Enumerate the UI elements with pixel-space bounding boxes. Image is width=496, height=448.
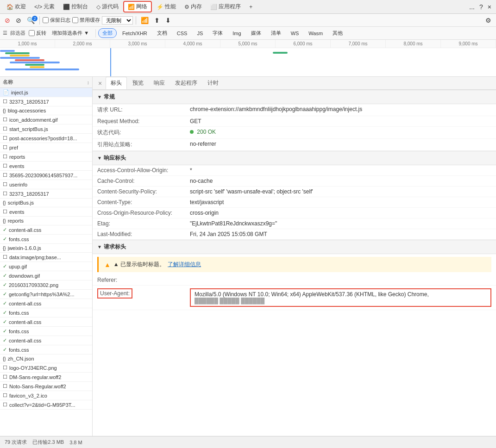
tab-close-detail[interactable]: × xyxy=(95,79,105,88)
file-item-dm-sans[interactable]: ☐ DM-Sans-regular.woff2 xyxy=(0,373,92,382)
file-name-fonts-2: fonts.css xyxy=(9,310,29,316)
file-item-35695[interactable]: ☐ 35695-20230906145857937... xyxy=(0,171,92,180)
file-item-pref[interactable]: ☐ pref xyxy=(0,143,92,152)
file-item-downdown[interactable]: ✓ downdown.gif xyxy=(0,271,92,280)
tab-headers[interactable]: 标头 xyxy=(106,77,127,89)
file-item-inject-js[interactable]: 📄 inject.js xyxy=(0,88,92,97)
file-item-scriptbus[interactable]: {} scriptBus.js xyxy=(0,199,92,207)
file-item-content-all-1[interactable]: ✓ content-all.css xyxy=(0,225,92,235)
label-request-method: Request Method: xyxy=(97,118,190,124)
tab-preview[interactable]: 预览 xyxy=(128,77,148,89)
general-section-title: 常规 xyxy=(104,93,115,101)
file-item-logo[interactable]: ☐ logo-OYJ34ERC.png xyxy=(0,363,92,373)
file-item-32373-2[interactable]: ☐ 32373_18205317 xyxy=(0,189,92,199)
file-item-getconfig[interactable]: ✓ getconfig?url=https%3A%2... xyxy=(0,290,92,299)
file-item-data-img[interactable]: ☐ data:image/png;base... xyxy=(0,253,92,262)
tab-console[interactable]: ⬛ 控制台 xyxy=(59,1,92,12)
value-request-method: GET xyxy=(190,118,491,124)
file-item-upup[interactable]: ✓ upup.gif xyxy=(0,262,92,271)
filter-manifest-btn[interactable]: 清单 xyxy=(267,28,285,38)
network-settings-icon[interactable]: ⚙ xyxy=(483,16,493,25)
timeline-marker-2: 2,000 ms xyxy=(55,40,110,48)
tab-add[interactable]: + xyxy=(245,2,256,12)
reverse-checkbox[interactable] xyxy=(29,30,35,36)
file-item-reports-2[interactable]: {} reports xyxy=(0,217,92,225)
add-filter-btn[interactable]: 增加筛选条件 ▼ xyxy=(48,28,93,38)
file-item-content-all-3[interactable]: ✓ content-all.css xyxy=(0,317,92,327)
filter-img-btn[interactable]: Img xyxy=(228,29,245,37)
file-icon-css-4: ✓ xyxy=(3,310,7,316)
import-har-icon[interactable]: 📶 xyxy=(139,16,151,25)
separator-2 xyxy=(136,16,136,25)
tab-welcome[interactable]: 🏠 🏠 欢迎 欢迎 xyxy=(3,1,30,12)
file-item-noto-sans[interactable]: ☐ Noto-Sans-Regular.woff2 xyxy=(0,382,92,391)
file-item-post-accessories[interactable]: ☐ post-accessories?postId=18... xyxy=(0,134,92,143)
filter-ws-btn[interactable]: WS xyxy=(287,29,303,37)
file-item-fonts-3[interactable]: ✓ fonts.css xyxy=(0,327,92,336)
preserve-log-checkbox[interactable] xyxy=(43,17,49,23)
tab-sources[interactable]: ◇ 源代码 xyxy=(93,1,122,12)
file-item-20160317[interactable]: ✓ 20160317093302.png xyxy=(0,280,92,290)
file-item-events-2[interactable]: ☐ events xyxy=(0,207,92,217)
general-section-header[interactable]: ▼ 常规 xyxy=(93,90,496,104)
file-icon-img-7: ☐ xyxy=(3,365,7,371)
file-item-fonts-1[interactable]: ✓ fonts.css xyxy=(0,235,92,244)
file-item-content-all-2[interactable]: ✓ content-all.css xyxy=(0,299,92,308)
filter-fetch-xhr-btn[interactable]: Fetch/XHR xyxy=(118,29,151,37)
file-item-blog-accessories[interactable]: {} blog-accessories xyxy=(0,106,92,115)
filter-js-btn[interactable]: JS xyxy=(193,29,207,37)
tab-memory[interactable]: ⚙ 内存 xyxy=(181,1,206,12)
file-item-icon-addcomment[interactable]: ☐ icon_addcomment.gif xyxy=(0,115,92,124)
more-options-icon[interactable]: ... xyxy=(467,2,477,12)
tab-network[interactable]: 📶 网络 xyxy=(123,1,152,12)
tab-initiator[interactable]: 发起程序 xyxy=(170,77,202,89)
filter-css-btn[interactable]: CSS xyxy=(173,29,192,37)
preserve-log-label[interactable]: 保留日志 xyxy=(43,17,70,24)
file-item-content-all-4[interactable]: ✓ content-all.css xyxy=(0,336,92,345)
disable-cache-checkbox[interactable] xyxy=(72,17,78,23)
throttle-select[interactable]: 无限制 慢速3G 快速3G xyxy=(102,16,133,25)
file-item-reports-1[interactable]: ☐ reports xyxy=(0,152,92,162)
file-item-fonts-4[interactable]: ✓ fonts.css xyxy=(0,345,92,355)
file-item-start-scriptbus[interactable]: ☐ start_scriptBus.js xyxy=(0,124,92,134)
help-icon[interactable]: ? xyxy=(477,2,485,12)
file-item-32373-1[interactable]: ☐ 32373_18205317 xyxy=(0,97,92,106)
add-tab-icon: + xyxy=(249,4,252,10)
file-item-fonts-2[interactable]: ✓ fonts.css xyxy=(0,308,92,317)
file-item-favicon[interactable]: ☐ favicon_v3_2.ico xyxy=(0,391,92,400)
reverse-checkbox-label[interactable]: 反转 xyxy=(29,30,46,37)
clear-browser-icon[interactable]: ⬇ xyxy=(163,16,173,25)
tab-application[interactable]: ⬜ 应用程序 xyxy=(207,1,245,12)
file-item-collect[interactable]: ☐ collect?v=2&tid=G-M95P3T... xyxy=(0,400,92,410)
filter-doc-btn[interactable]: 文档 xyxy=(153,28,171,38)
sort-icon[interactable]: ↕ xyxy=(87,80,90,85)
file-name-blog-accessories: blog-accessories xyxy=(8,108,46,113)
response-headers-section-header[interactable]: ▼ 响应标头 xyxy=(93,151,496,165)
row-status-code: 状态代码: 200 OK xyxy=(93,127,496,139)
filter-media-btn[interactable]: 媒体 xyxy=(247,28,265,38)
file-item-userinfo[interactable]: ☐ userinfo xyxy=(0,180,92,189)
record-stop-icon[interactable]: ⊘ xyxy=(3,16,12,25)
filter-all-btn[interactable]: 全部 xyxy=(98,28,117,38)
filter-wasm-btn[interactable]: Wasm xyxy=(304,29,327,37)
tab-timing[interactable]: 计时 xyxy=(203,77,223,89)
file-item-jweixin[interactable]: {} jweixin-1.6.0.js xyxy=(0,244,92,253)
tab-performance[interactable]: ⚡ 性能 xyxy=(153,1,180,12)
close-devtools-icon[interactable]: × xyxy=(486,2,493,12)
clear-icon[interactable]: ⊘ xyxy=(14,16,23,25)
export-har-icon[interactable]: ⬆ xyxy=(152,16,162,25)
warning-link[interactable]: 了解详细信息 xyxy=(168,261,201,268)
file-item-zh-cn[interactable]: {} zh_CN.json xyxy=(0,355,92,363)
file-item-events-1[interactable]: ☐ events xyxy=(0,162,92,171)
filter-font-btn[interactable]: 字体 xyxy=(208,28,227,38)
file-icon-doc-2: ☐ xyxy=(3,144,7,150)
timeline-marker-8: 8,000 ms xyxy=(386,40,441,48)
request-headers-section-header[interactable]: ▼ 请求标头 xyxy=(93,240,496,254)
tab-response[interactable]: 响应 xyxy=(149,77,170,89)
tab-elements[interactable]: </> 元素 xyxy=(31,1,58,12)
disable-cache-label[interactable]: 禁用缓存 xyxy=(72,17,100,24)
warning-triangle-icon: ▲ xyxy=(104,261,111,268)
main-content: 名称 ↕ 📄 inject.js ☐ 32373_18205317 {} blo… xyxy=(0,77,496,436)
filter-other-btn[interactable]: 其他 xyxy=(328,28,347,38)
file-name-zh-cn: zh_CN.json xyxy=(8,356,34,361)
